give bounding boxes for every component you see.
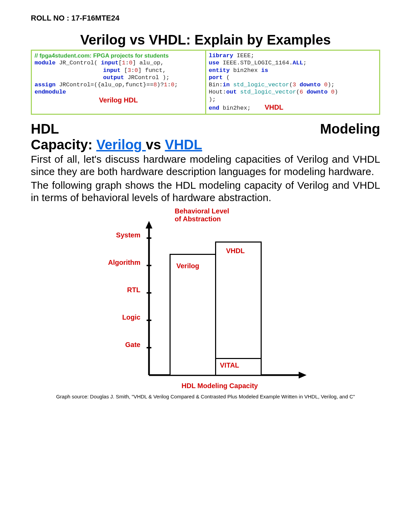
kw: output: [103, 74, 124, 81]
section-heading-line2: Capacity: Verilog vs VHDL: [31, 137, 380, 152]
roll-no: ROLL NO : 17-F16MTE24: [31, 14, 380, 23]
vhdl-pane: library IEEE; use IEEE.STD_LOGIC_1164.AL…: [205, 51, 379, 114]
code-comparison: // fpga4student.com: FPGA projects for s…: [31, 50, 380, 115]
y-axis-labels: System Algorithm RTL Logic Gate: [99, 231, 140, 368]
verilog-label: Verilog HDL: [99, 96, 138, 104]
t: IEEE;: [233, 52, 254, 59]
kw: is: [261, 67, 268, 74]
bar-vital-label: VITAL: [220, 361, 239, 369]
t: Bin:: [209, 82, 223, 88]
t: :: [125, 60, 129, 66]
verilog-pane: // fpga4student.com: FPGA projects for s…: [32, 51, 205, 114]
t: [: [121, 67, 127, 74]
n: 8: [153, 82, 157, 88]
n: 3: [127, 67, 131, 74]
link-vhdl[interactable]: VHDL: [165, 137, 202, 152]
paragraph-2: The following graph shows the HDL modeli…: [31, 179, 380, 204]
t: JRControl );: [124, 74, 170, 81]
hdl-capacity-diagram: Behavioral Level of Abstraction System A…: [99, 207, 312, 392]
t: ;: [303, 60, 307, 66]
level-rtl: RTL: [99, 286, 140, 313]
t: );: [327, 82, 334, 88]
level-logic: Logic: [99, 313, 140, 341]
t: (: [289, 82, 292, 88]
t: bin2hex: [230, 67, 261, 74]
level-gate: Gate: [99, 341, 140, 368]
t: ): [335, 89, 338, 95]
t: )?: [157, 82, 164, 88]
h2-b: Modeling: [320, 121, 380, 136]
paragraph-1: First of all, let's discuss hardware mod…: [31, 153, 380, 178]
kw: in: [223, 82, 229, 88]
t: ;: [174, 82, 178, 88]
svg-marker-3: [299, 372, 307, 379]
kw: input: [103, 67, 121, 74]
t: JRControl=({alu_op,funct}==: [55, 82, 153, 88]
t: std_logic_vector: [237, 89, 296, 95]
kw: out: [226, 89, 237, 95]
h2-vs: vs: [146, 137, 165, 152]
bar-verilog: [170, 254, 216, 376]
t: JR_Control(: [55, 60, 101, 66]
t: (: [223, 74, 229, 81]
t: [: [119, 60, 122, 66]
bar-vhdl: [215, 242, 262, 376]
kw: end: [209, 105, 220, 111]
section-heading-line1: HDL Modeling: [31, 121, 380, 137]
link-verilog[interactable]: Verilog: [96, 137, 146, 152]
kw: assign: [35, 82, 55, 88]
kw: endmodule: [35, 89, 66, 95]
t: bin2hex;: [219, 105, 251, 111]
n: 6: [300, 89, 303, 95]
t: :: [131, 67, 135, 74]
kw: downto: [303, 89, 331, 95]
t: );: [209, 96, 216, 103]
kw: port: [209, 74, 223, 81]
t: IEEE.STD_LOGIC_1164.: [219, 60, 292, 66]
t: ] alu_op,: [133, 60, 164, 66]
svg-marker-1: [146, 221, 152, 228]
level-system: System: [99, 231, 140, 259]
y-axis-title-1: Behavioral Level: [175, 207, 229, 215]
n: 0: [324, 82, 327, 88]
level-algorithm: Algorithm: [99, 259, 140, 286]
n: 0: [171, 82, 174, 88]
kw: ALL: [292, 60, 303, 66]
kw: library: [209, 52, 233, 59]
kw: downto: [296, 82, 324, 88]
t: std_logic_vector: [230, 82, 289, 88]
kw: entity: [209, 67, 230, 74]
n: 0: [135, 67, 138, 74]
n: 1: [122, 60, 125, 66]
n: 1: [164, 82, 167, 88]
t: (: [296, 89, 300, 95]
kw: use: [209, 60, 220, 66]
x-axis-title: HDL Modeling Capacity: [182, 382, 258, 390]
h2-c: Capacity:: [31, 137, 96, 152]
bar-vhdl-label: VHDL: [226, 247, 245, 255]
t: ] funct,: [138, 67, 166, 74]
vhdl-label: VHDL: [265, 103, 283, 111]
n: 3: [292, 82, 296, 88]
code-comment: // fpga4student.com: FPGA projects for s…: [35, 52, 202, 59]
kw: input: [101, 60, 119, 66]
kw: module: [35, 60, 55, 66]
bar-verilog-label: Verilog: [176, 262, 199, 270]
page-title: Verilog vs VHDL: Explain by Examples: [31, 32, 380, 48]
h2-a: HDL: [31, 121, 59, 136]
graph-source: Graph source: Douglas J. Smith, "VHDL & …: [31, 394, 380, 399]
n: 0: [129, 60, 132, 66]
t: Hout:: [209, 89, 226, 95]
t: :: [167, 82, 171, 88]
n: 0: [331, 89, 335, 95]
